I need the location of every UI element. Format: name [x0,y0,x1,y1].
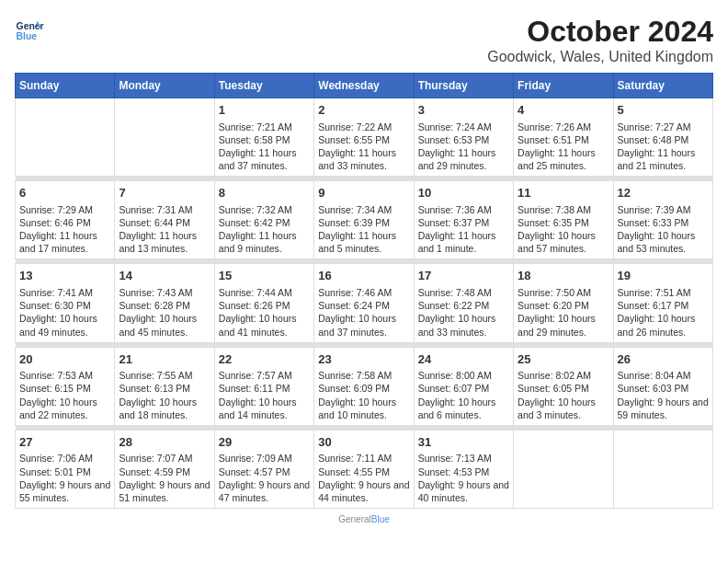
calendar-week-row: 27Sunrise: 7:06 AM Sunset: 5:01 PM Dayli… [16,430,713,508]
day-number: 30 [318,434,409,451]
day-number: 12 [618,185,709,201]
day-number: 13 [19,268,110,284]
table-row: 25Sunrise: 8:02 AM Sunset: 6:05 PM Dayli… [514,347,613,425]
svg-text:Blue: Blue [17,31,38,41]
day-info: Sunrise: 7:57 AM Sunset: 6:11 PM Dayligh… [219,369,310,421]
day-info: Sunrise: 7:38 AM Sunset: 6:35 PM Dayligh… [518,203,609,256]
table-row: 17Sunrise: 7:48 AM Sunset: 6:22 PM Dayli… [414,264,513,342]
day-number: 19 [618,268,709,284]
day-info: Sunrise: 7:24 AM Sunset: 6:53 PM Dayligh… [418,121,509,173]
page-header: General Blue October 2024 Goodwick, Wale… [15,15,713,65]
table-row [514,430,613,508]
day-number: 24 [418,351,509,368]
day-number: 8 [219,185,310,201]
calendar-table: Sunday Monday Tuesday Wednesday Thursday… [15,73,713,509]
calendar-week-row: 13Sunrise: 7:41 AM Sunset: 6:30 PM Dayli… [16,264,713,342]
table-row [115,98,214,177]
day-info: Sunrise: 7:41 AM Sunset: 6:30 PM Dayligh… [19,286,110,339]
day-info: Sunrise: 7:46 AM Sunset: 6:24 PM Dayligh… [318,286,409,339]
table-row: 13Sunrise: 7:41 AM Sunset: 6:30 PM Dayli… [16,264,115,342]
day-info: Sunrise: 8:00 AM Sunset: 6:07 PM Dayligh… [418,369,509,421]
day-info: Sunrise: 7:43 AM Sunset: 6:28 PM Dayligh… [119,286,210,339]
table-row [613,430,712,508]
table-row: 10Sunrise: 7:36 AM Sunset: 6:37 PM Dayli… [414,181,513,259]
table-row: 22Sunrise: 7:57 AM Sunset: 6:11 PM Dayli… [214,347,313,425]
day-number: 28 [119,434,210,451]
page-subtitle: Goodwick, Wales, United Kingdom [487,49,713,65]
day-info: Sunrise: 7:06 AM Sunset: 5:01 PM Dayligh… [19,452,110,504]
day-info: Sunrise: 7:50 AM Sunset: 6:20 PM Dayligh… [518,286,609,339]
calendar-week-row: 1Sunrise: 7:21 AM Sunset: 6:58 PM Daylig… [16,98,713,177]
table-row: 8Sunrise: 7:32 AM Sunset: 6:42 PM Daylig… [214,181,313,259]
day-info: Sunrise: 7:11 AM Sunset: 4:55 PM Dayligh… [318,452,409,504]
calendar-week-row: 20Sunrise: 7:53 AM Sunset: 6:15 PM Dayli… [16,347,713,425]
table-row: 2Sunrise: 7:22 AM Sunset: 6:55 PM Daylig… [314,98,414,177]
day-info: Sunrise: 8:04 AM Sunset: 6:03 PM Dayligh… [618,369,709,421]
day-info: Sunrise: 7:13 AM Sunset: 4:53 PM Dayligh… [418,452,509,504]
table-row [16,98,115,177]
day-number: 18 [518,268,609,284]
table-row: 7Sunrise: 7:31 AM Sunset: 6:44 PM Daylig… [115,181,214,259]
table-row: 16Sunrise: 7:46 AM Sunset: 6:24 PM Dayli… [314,264,414,342]
table-row: 20Sunrise: 7:53 AM Sunset: 6:15 PM Dayli… [16,347,115,425]
table-row: 15Sunrise: 7:44 AM Sunset: 6:26 PM Dayli… [214,264,313,342]
day-number: 26 [618,351,709,368]
title-block: October 2024 Goodwick, Wales, United Kin… [487,15,713,65]
day-number: 9 [318,185,409,201]
day-number: 15 [219,268,310,284]
day-number: 27 [19,434,110,451]
col-friday: Friday [514,74,613,98]
table-row: 14Sunrise: 7:43 AM Sunset: 6:28 PM Dayli… [115,264,214,342]
table-row: 28Sunrise: 7:07 AM Sunset: 4:59 PM Dayli… [115,430,214,508]
day-info: Sunrise: 7:29 AM Sunset: 6:46 PM Dayligh… [19,203,110,256]
day-number: 17 [418,268,509,284]
day-number: 7 [119,185,210,201]
day-info: Sunrise: 7:31 AM Sunset: 6:44 PM Dayligh… [119,203,210,256]
table-row: 21Sunrise: 7:55 AM Sunset: 6:13 PM Dayli… [115,347,214,425]
col-wednesday: Wednesday [314,74,414,98]
table-row: 31Sunrise: 7:13 AM Sunset: 4:53 PM Dayli… [414,430,513,508]
col-sunday: Sunday [16,74,115,98]
day-number: 23 [318,351,409,368]
day-number: 31 [418,434,509,451]
calendar-header-row: Sunday Monday Tuesday Wednesday Thursday… [16,74,713,98]
page-title: October 2024 [487,15,713,49]
logo-icon: General Blue [15,15,44,44]
table-row: 26Sunrise: 8:04 AM Sunset: 6:03 PM Dayli… [613,347,712,425]
table-row: 30Sunrise: 7:11 AM Sunset: 4:55 PM Dayli… [314,430,414,508]
day-info: Sunrise: 7:44 AM Sunset: 6:26 PM Dayligh… [219,286,310,339]
day-info: Sunrise: 7:39 AM Sunset: 6:33 PM Dayligh… [618,203,709,256]
day-number: 11 [518,185,609,201]
day-number: 6 [19,185,110,201]
day-number: 10 [418,185,509,201]
day-info: Sunrise: 7:07 AM Sunset: 4:59 PM Dayligh… [119,452,210,504]
day-info: Sunrise: 8:02 AM Sunset: 6:05 PM Dayligh… [518,369,609,421]
day-info: Sunrise: 7:32 AM Sunset: 6:42 PM Dayligh… [219,203,310,256]
table-row: 29Sunrise: 7:09 AM Sunset: 4:57 PM Dayli… [214,430,313,508]
day-number: 5 [618,102,709,119]
day-info: Sunrise: 7:58 AM Sunset: 6:09 PM Dayligh… [318,369,409,421]
day-number: 29 [219,434,310,451]
day-number: 4 [518,102,609,119]
day-number: 3 [418,102,509,119]
col-monday: Monday [115,74,214,98]
table-row: 18Sunrise: 7:50 AM Sunset: 6:20 PM Dayli… [514,264,613,342]
day-info: Sunrise: 7:53 AM Sunset: 6:15 PM Dayligh… [19,369,110,421]
logo: General Blue [15,15,44,44]
col-thursday: Thursday [414,74,513,98]
col-tuesday: Tuesday [214,74,313,98]
day-number: 25 [518,351,609,368]
table-row: 24Sunrise: 8:00 AM Sunset: 6:07 PM Dayli… [414,347,513,425]
col-saturday: Saturday [613,74,712,98]
day-number: 22 [219,351,310,368]
day-info: Sunrise: 7:09 AM Sunset: 4:57 PM Dayligh… [219,452,310,504]
table-row: 4Sunrise: 7:26 AM Sunset: 6:51 PM Daylig… [514,98,613,177]
day-info: Sunrise: 7:48 AM Sunset: 6:22 PM Dayligh… [418,286,509,339]
day-info: Sunrise: 7:55 AM Sunset: 6:13 PM Dayligh… [119,369,210,421]
day-info: Sunrise: 7:27 AM Sunset: 6:48 PM Dayligh… [618,121,709,173]
table-row: 1Sunrise: 7:21 AM Sunset: 6:58 PM Daylig… [214,98,313,177]
table-row: 19Sunrise: 7:51 AM Sunset: 6:17 PM Dayli… [613,264,712,342]
table-row: 12Sunrise: 7:39 AM Sunset: 6:33 PM Dayli… [613,181,712,259]
table-row: 3Sunrise: 7:24 AM Sunset: 6:53 PM Daylig… [414,98,513,177]
day-number: 2 [318,102,409,119]
